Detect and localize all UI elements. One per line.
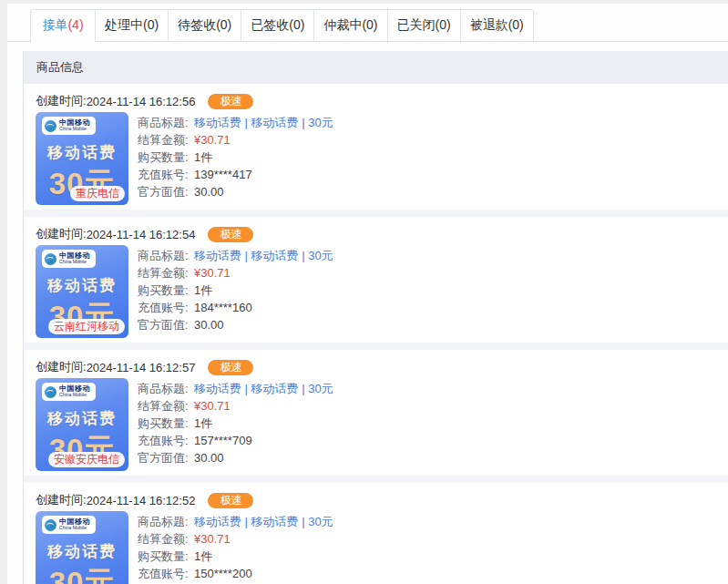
- order-separator: [24, 343, 728, 350]
- field-label-amount: 结算金额:: [138, 264, 194, 282]
- main-panel: 接单(4) 处理中(0) 待签收(0) 已签收(0) 仲裁中(0) 已关闭(0)…: [7, 4, 728, 584]
- created-time-value: 2024-11-14 16:12:52: [87, 494, 196, 507]
- order-item: 创建时间:2024-11-14 16:12:57 极速 中国移动 China M…: [24, 350, 728, 476]
- tab-count: (0): [508, 17, 524, 32]
- tab-label: 处理中: [105, 17, 143, 32]
- tab-processing[interactable]: 处理中(0): [95, 10, 168, 42]
- order-item: 创建时间:2024-11-14 16:12:54 极速 中国移动 China M…: [24, 217, 728, 343]
- china-mobile-logo: 中国移动 China Mobile: [42, 516, 96, 534]
- field-label-account: 充值账号:: [138, 299, 194, 316]
- order-details: 商品标题:移动话费 | 移动话费 | 30元 结算金额:¥30.71 购买数量:…: [138, 112, 333, 205]
- product-title-link[interactable]: 移动话费 | 移动话费 | 30元: [194, 513, 333, 530]
- recharge-account: 157****709: [194, 432, 252, 449]
- product-title-link[interactable]: 移动话费 | 移动话费 | 30元: [194, 380, 333, 397]
- created-time-value: 2024-11-14 16:12:56: [87, 95, 196, 108]
- tab-arbitration[interactable]: 仲裁中(0): [313, 10, 386, 42]
- brand-name-cn: 中国移动: [59, 385, 91, 393]
- field-label-quantity: 购买数量:: [138, 548, 194, 565]
- speed-badge: 极速: [208, 360, 253, 375]
- section-header-product-info: 商品信息: [24, 51, 728, 84]
- product-card-image[interactable]: 中国移动 China Mobile 移动话费 30元 云南红河移动: [36, 245, 128, 338]
- product-card-image[interactable]: 中国移动 China Mobile 移动话费 30元 重庆电信: [36, 112, 128, 205]
- region-tag-badge: 重庆电信: [70, 186, 125, 201]
- settlement-amount: ¥30.71: [194, 131, 231, 149]
- product-title-link[interactable]: 移动话费 | 移动话费 | 30元: [194, 114, 333, 131]
- purchase-quantity: 1件: [194, 548, 212, 565]
- order-item: 创建时间:2024-11-14 16:12:52 极速 中国移动 China M…: [24, 483, 728, 584]
- face-value: 30.00: [194, 183, 224, 200]
- purchase-quantity: 1件: [194, 149, 212, 166]
- china-mobile-logo: 中国移动 China Mobile: [42, 383, 96, 401]
- brand-name-cn: 中国移动: [59, 119, 91, 127]
- tab-group: 接单(4) 处理中(0) 待签收(0) 已签收(0) 仲裁中(0) 已关闭(0)…: [30, 9, 534, 42]
- created-time-value: 2024-11-14 16:12:54: [87, 228, 196, 241]
- order-separator: [24, 210, 728, 217]
- tab-count: (0): [436, 17, 451, 32]
- field-label-title: 商品标题:: [138, 513, 194, 530]
- order-created-row: 创建时间:2024-11-14 16:12:54 极速: [36, 226, 728, 242]
- order-details: 商品标题:移动话费 | 移动话费 | 30元 结算金额:¥30.71 购买数量:…: [138, 378, 333, 471]
- field-label-quantity: 购买数量:: [138, 282, 194, 299]
- order-created-row: 创建时间:2024-11-14 16:12:56 极速: [36, 93, 728, 109]
- field-label-quantity: 购买数量:: [138, 149, 194, 166]
- field-label-title: 商品标题:: [138, 247, 194, 264]
- region-tag-badge: 安徽安庆电信: [48, 452, 125, 467]
- tab-label: 被退款: [470, 17, 508, 32]
- tab-pending-receipt[interactable]: 待签收(0): [168, 10, 241, 42]
- china-mobile-icon: [45, 120, 56, 132]
- tab-accept-orders[interactable]: 接单(4): [31, 10, 95, 42]
- tab-refunded[interactable]: 被退款(0): [460, 10, 533, 42]
- china-mobile-icon: [45, 253, 56, 265]
- field-label-face-value: 官方面值:: [138, 316, 194, 333]
- tab-label: 已签收: [251, 17, 289, 32]
- speed-badge: 极速: [208, 493, 253, 508]
- china-mobile-icon: [45, 386, 56, 398]
- china-mobile-logo: 中国移动 China Mobile: [42, 250, 96, 268]
- brand-name-cn: 中国移动: [59, 518, 91, 526]
- field-label-account: 充值账号:: [138, 432, 194, 449]
- field-label-amount: 结算金额:: [138, 397, 194, 415]
- brand-name-en: China Mobile: [59, 526, 87, 530]
- tab-count: (4): [67, 17, 83, 32]
- tab-count: (0): [143, 17, 159, 32]
- purchase-quantity: 1件: [194, 282, 212, 299]
- order-details: 商品标题:移动话费 | 移动话费 | 30元 结算金额:¥30.71 购买数量:…: [138, 245, 333, 338]
- field-label-account: 充值账号:: [138, 565, 194, 582]
- created-time-value: 2024-11-14 16:12:57: [87, 361, 196, 374]
- order-separator: [24, 476, 728, 483]
- brand-name-en: China Mobile: [59, 127, 87, 131]
- created-time-label: 创建时间:: [36, 226, 87, 242]
- product-title-link[interactable]: 移动话费 | 移动话费 | 30元: [194, 247, 333, 264]
- field-label-title: 商品标题:: [138, 380, 194, 397]
- brand-name-en: China Mobile: [59, 393, 87, 397]
- field-label-amount: 结算金额:: [138, 131, 194, 149]
- speed-badge: 极速: [208, 94, 253, 109]
- brand-name-en: China Mobile: [59, 260, 87, 264]
- china-mobile-logo: 中国移动 China Mobile: [42, 117, 96, 135]
- purchase-quantity: 1件: [194, 415, 212, 432]
- speed-badge: 极速: [208, 227, 253, 242]
- order-created-row: 创建时间:2024-11-14 16:12:52 极速: [36, 492, 728, 508]
- tab-label: 仲裁中: [323, 17, 362, 32]
- face-value: 30.00: [194, 449, 224, 466]
- tab-count: (0): [289, 17, 304, 32]
- tab-label: 待签收: [178, 17, 216, 32]
- product-card-image[interactable]: 中国移动 China Mobile 移动话费 30元 吉林四平移动: [36, 511, 128, 584]
- tab-closed[interactable]: 已关闭(0): [387, 10, 460, 42]
- tab-received[interactable]: 已签收(0): [241, 10, 313, 42]
- field-label-face-value: 官方面值:: [138, 183, 194, 200]
- order-details: 商品标题:移动话费 | 移动话费 | 30元 结算金额:¥30.71 购买数量:…: [138, 511, 333, 584]
- settlement-amount: ¥30.71: [194, 397, 231, 415]
- field-label-face-value: 官方面值:: [138, 449, 194, 466]
- tab-label: 接单: [42, 17, 67, 32]
- order-item: 创建时间:2024-11-14 16:12:56 极速 中国移动 China M…: [24, 84, 728, 210]
- tab-label: 已关闭: [397, 17, 436, 32]
- product-card-image[interactable]: 中国移动 China Mobile 移动话费 30元 安徽安庆电信: [36, 378, 128, 471]
- field-label-amount: 结算金额:: [138, 530, 194, 548]
- settlement-amount: ¥30.71: [194, 530, 231, 548]
- created-time-label: 创建时间:: [36, 359, 87, 375]
- field-label-quantity: 购买数量:: [138, 415, 194, 432]
- field-label-account: 充值账号:: [138, 166, 194, 183]
- card-denomination: 30元: [36, 563, 128, 584]
- recharge-account: 139****417: [194, 166, 252, 183]
